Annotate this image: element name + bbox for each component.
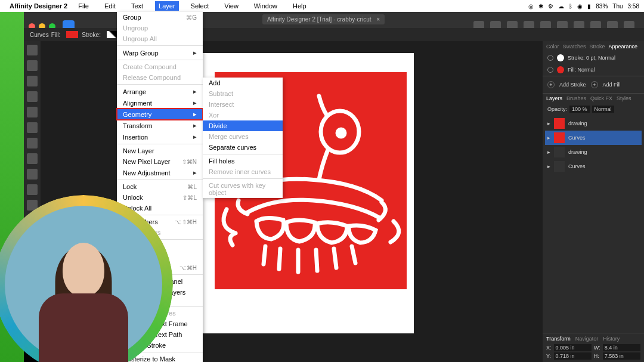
visibility-toggle-icon[interactable] (547, 55, 553, 61)
tab-layers[interactable]: Layers (546, 95, 562, 101)
layer-thumb (554, 147, 565, 157)
document-tab[interactable]: Affinity Designer 2 [Trial] - crabby-cri… (262, 14, 385, 24)
submenu-item-subtract: Subtract (203, 88, 283, 99)
menu-item-new-adjustment[interactable]: New Adjustment▸ (117, 167, 203, 178)
add-fill-button[interactable]: Add Fill (603, 82, 621, 88)
submenu-item-add[interactable]: Add (203, 78, 283, 88)
chevron-icon[interactable]: ▸ (547, 135, 550, 141)
add-icon[interactable]: + (547, 81, 555, 88)
layer-name: Curves (568, 135, 586, 141)
opacity-row: Opacity: 100 % Normal (543, 103, 644, 115)
layer-thumb (554, 118, 565, 129)
chevron-icon[interactable]: ▸ (547, 149, 550, 155)
menu-item-transform[interactable]: Transform▸ (117, 120, 203, 131)
submenu-item-intersect: Intersect (203, 99, 283, 110)
submenu-item-separate-curves[interactable]: Separate curves (203, 142, 283, 153)
menubar-status: ◎ ✱ ⚙ ☁ ᛒ ◉ ▮ 83% Thu 3:58 (528, 3, 639, 10)
submenu-item-cut-curves-with-key-object: Cut curves with key object (203, 180, 283, 198)
layer-thumb (554, 161, 565, 172)
menu-select[interactable]: Select (187, 1, 213, 11)
tab-stroke[interactable]: Stroke (590, 44, 605, 49)
h-label: H: (594, 353, 600, 359)
tab-color[interactable]: Color (546, 44, 559, 49)
fill-color-icon[interactable] (557, 66, 564, 73)
menu-window[interactable]: Window (250, 1, 281, 11)
menu-edit[interactable]: Edit (101, 1, 119, 11)
menubar-app-name[interactable]: Affinity Designer 2 (10, 2, 67, 10)
tab-quickfx[interactable]: Quick FX (590, 95, 612, 101)
menu-help[interactable]: Help (289, 1, 310, 11)
pen-tool-icon[interactable] (27, 107, 38, 117)
stroke-color-icon[interactable] (557, 54, 564, 61)
svg-point-1 (338, 129, 345, 137)
menu-item-release-compound: Release Compound (117, 72, 203, 83)
w-label: W: (594, 345, 600, 351)
menu-item-warp-group[interactable]: Warp Group▸ (117, 47, 203, 58)
node-tool-icon[interactable] (27, 76, 38, 86)
layer-name: drawing (568, 149, 587, 155)
layer-item[interactable]: ▸drawing (545, 116, 642, 131)
menu-item-unlock[interactable]: Unlock⇧⌘L (117, 192, 203, 203)
menu-item-new-pixel-layer[interactable]: New Pixel Layer⇧⌘N (117, 156, 203, 167)
menu-item-lock[interactable]: Lock⌘L (117, 181, 203, 192)
chevron-icon[interactable]: ▸ (547, 120, 550, 126)
tab-swatches[interactable]: Swatches (563, 44, 586, 49)
status-icon: ◎ (528, 3, 534, 10)
submenu-item-fill-holes[interactable]: Fill holes (203, 156, 283, 166)
tab-brushes[interactable]: Brushes (566, 95, 586, 101)
fill-tool-icon[interactable] (27, 153, 38, 164)
layer-thumb (554, 132, 565, 143)
menu-view[interactable]: View (221, 1, 242, 11)
submenu-item-remove-inner-curves: Remove inner curves (203, 166, 283, 177)
tab-appearance[interactable]: Appearance (609, 44, 638, 49)
layer-item[interactable]: ▸drawing (545, 145, 642, 159)
submenu-item-divide[interactable]: Divide (203, 120, 283, 131)
menu-item-new-layer[interactable]: New Layer (117, 146, 203, 156)
menu-item-group[interactable]: Group⌘G (117, 12, 203, 23)
layer-item[interactable]: ▸Curves (545, 159, 642, 174)
artboard-tool-icon[interactable] (27, 60, 38, 71)
macos-menubar: Affinity Designer 2 File Edit Text Layer… (0, 0, 644, 12)
geometry-submenu: AddSubtractIntersectXorDivideMerge curve… (203, 78, 283, 198)
x-value[interactable]: 0.005 in (554, 344, 592, 351)
pencil-tool-icon[interactable] (27, 122, 38, 133)
menu-item-create-compound: Create Compound (117, 61, 203, 72)
menu-item-arrange[interactable]: Arrange▸ (117, 86, 203, 97)
menu-file[interactable]: File (75, 1, 92, 11)
menu-item-insertion[interactable]: Insertion▸ (117, 131, 203, 143)
chevron-icon[interactable]: ▸ (547, 163, 550, 169)
close-tab-icon[interactable]: × (376, 16, 380, 23)
submenu-item-xor: Xor (203, 110, 283, 120)
menu-item-ungroup-all: Ungroup All (117, 33, 203, 44)
x-label: X: (546, 345, 552, 351)
right-studio-panel: Color Swatches Stroke Appearance Stroke:… (543, 41, 644, 362)
tab-navigator[interactable]: Navigator (575, 336, 599, 342)
tab-transform[interactable]: Transform (546, 336, 571, 342)
tab-history[interactable]: History (603, 336, 620, 342)
fill-row[interactable]: Fill: Normal (543, 64, 644, 76)
opacity-value[interactable]: 100 % (569, 106, 590, 113)
corner-tool-icon[interactable] (27, 91, 38, 102)
add-icon[interactable]: + (591, 81, 598, 88)
move-tool-icon[interactable] (27, 45, 38, 55)
menu-layer[interactable]: Layer (155, 1, 179, 11)
menu-text[interactable]: Text (128, 1, 147, 11)
stroke-row[interactable]: Stroke: 0 pt, Normal (543, 52, 644, 64)
w-value[interactable]: 8.4 in (603, 344, 640, 351)
layer-item[interactable]: ▸Curves (545, 131, 642, 145)
transparency-tool-icon[interactable] (27, 169, 38, 180)
layer-name: Curves (568, 163, 586, 169)
tab-styles[interactable]: Styles (617, 95, 631, 101)
submenu-item-merge-curves: Merge curves (203, 131, 283, 142)
crop-tool-icon[interactable] (27, 184, 38, 195)
brush-tool-icon[interactable] (27, 138, 38, 148)
menu-item-geometry[interactable]: Geometry▸ (117, 109, 203, 120)
menu-item-alignment[interactable]: Alignment▸ (117, 97, 203, 109)
wifi-icon: ◉ (577, 3, 583, 10)
h-value[interactable]: 7.583 in (603, 352, 640, 360)
visibility-toggle-icon[interactable] (547, 67, 553, 73)
add-stroke-button[interactable]: Add Stroke (559, 82, 586, 88)
fill-swatch[interactable] (66, 31, 78, 38)
y-value[interactable]: 0.718 in (554, 352, 592, 360)
blend-mode-select[interactable]: Normal (592, 106, 614, 113)
